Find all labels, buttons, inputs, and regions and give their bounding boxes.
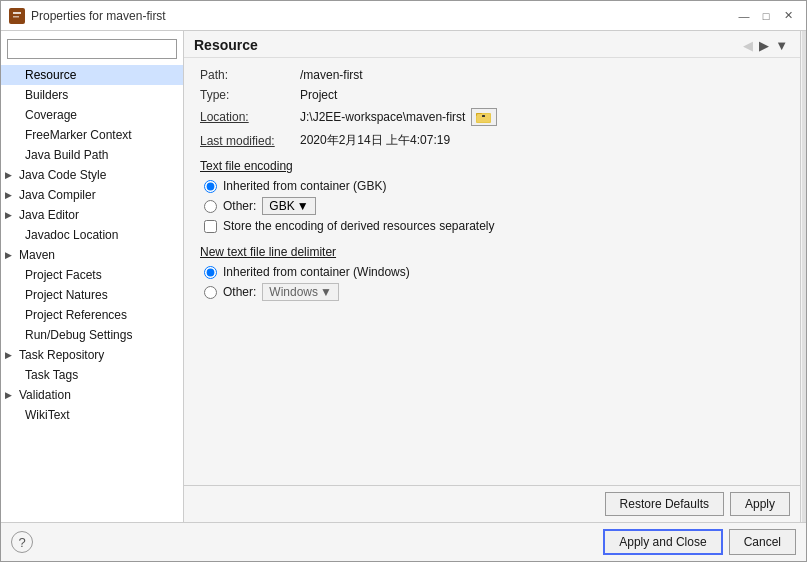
minimize-button[interactable]: — xyxy=(734,6,754,26)
dialog-title: Properties for maven-first xyxy=(31,9,166,23)
inherited-encoding-radio[interactable] xyxy=(204,180,217,193)
other-encoding-row: Other: GBK ▼ xyxy=(200,197,784,215)
store-encoding-label: Store the encoding of derived resources … xyxy=(223,219,495,233)
expand-arrow-icon: ▶ xyxy=(5,190,15,200)
right-panel-header: Resource ◀ ▶ ▼ xyxy=(184,31,800,58)
edge-bar xyxy=(802,31,806,522)
expand-arrow-icon: ▶ xyxy=(5,390,15,400)
right-edge-decoration xyxy=(800,31,806,522)
location-row: Location: J:\J2EE-workspace\maven-first xyxy=(200,108,784,126)
properties-dialog: Properties for maven-first — □ ✕ Resourc… xyxy=(0,0,807,562)
sidebar-item-project-natures[interactable]: Project Natures xyxy=(1,285,183,305)
nav-search-input[interactable] xyxy=(7,39,177,59)
sidebar-item-wikitext[interactable]: WikiText xyxy=(1,405,183,425)
sidebar-item-java-editor[interactable]: ▶ Java Editor xyxy=(1,205,183,225)
sidebar-item-label: Maven xyxy=(19,248,55,262)
sidebar-item-label: Task Repository xyxy=(19,348,104,362)
sidebar-item-label: Javadoc Location xyxy=(25,228,118,242)
sidebar-item-label: Task Tags xyxy=(25,368,78,382)
dialog-body: Resource Builders Coverage FreeMarker Co… xyxy=(1,31,806,522)
sidebar-item-coverage[interactable]: Coverage xyxy=(1,105,183,125)
expand-arrow-icon: ▶ xyxy=(5,350,15,360)
sidebar-item-label: Run/Debug Settings xyxy=(25,328,132,342)
path-value: /maven-first xyxy=(300,68,363,82)
sidebar-item-freemarker[interactable]: FreeMarker Context xyxy=(1,125,183,145)
newline-inherited-row: Inherited from container (Windows) xyxy=(200,265,784,279)
dropdown-arrow-icon: ▼ xyxy=(297,199,309,213)
expand-arrow-icon: ▶ xyxy=(5,210,15,220)
last-modified-value: 2020年2月14日 上午4:07:19 xyxy=(300,132,450,149)
sidebar-item-project-references[interactable]: Project References xyxy=(1,305,183,325)
dialog-footer: ? Apply and Close Cancel xyxy=(1,522,806,561)
title-bar: Properties for maven-first — □ ✕ xyxy=(1,1,806,31)
sidebar-item-builders[interactable]: Builders xyxy=(1,85,183,105)
apply-and-close-button[interactable]: Apply and Close xyxy=(603,529,722,555)
close-button[interactable]: ✕ xyxy=(778,6,798,26)
location-value: J:\J2EE-workspace\maven-first xyxy=(300,110,465,124)
newline-dropdown-value: Windows xyxy=(269,285,318,299)
type-value: Project xyxy=(300,88,337,102)
sidebar-item-task-repository[interactable]: ▶ Task Repository xyxy=(1,345,183,365)
newline-section-title: New text file line delimiter xyxy=(200,245,784,259)
sidebar-item-java-compiler[interactable]: ▶ Java Compiler xyxy=(1,185,183,205)
sidebar-item-javadoc[interactable]: Javadoc Location xyxy=(1,225,183,245)
type-row: Type: Project xyxy=(200,88,784,102)
content-area: Path: /maven-first Type: Project Locatio… xyxy=(184,58,800,485)
sidebar-item-label: Project Natures xyxy=(25,288,108,302)
svg-rect-1 xyxy=(13,12,21,14)
sidebar-item-resource[interactable]: Resource xyxy=(1,65,183,85)
section-title: Resource xyxy=(194,37,258,53)
sidebar-item-validation[interactable]: ▶ Validation xyxy=(1,385,183,405)
inherited-encoding-row: Inherited from container (GBK) xyxy=(200,179,784,193)
sidebar-item-maven[interactable]: ▶ Maven xyxy=(1,245,183,265)
right-content-panel: Resource ◀ ▶ ▼ Path: /maven-first Type: … xyxy=(184,31,800,522)
apply-button[interactable]: Apply xyxy=(730,492,790,516)
encoding-dropdown[interactable]: GBK ▼ xyxy=(262,197,315,215)
sidebar-item-label: Builders xyxy=(25,88,68,102)
sidebar-item-java-build-path[interactable]: Java Build Path xyxy=(1,145,183,165)
sidebar-item-label: Java Build Path xyxy=(25,148,108,162)
sidebar-item-label: Validation xyxy=(19,388,71,402)
maximize-button[interactable]: □ xyxy=(756,6,776,26)
newline-inherited-label: Inherited from container (Windows) xyxy=(223,265,410,279)
footer-right: Apply and Close Cancel xyxy=(603,529,796,555)
back-arrow-button[interactable]: ◀ xyxy=(741,38,755,53)
sidebar-item-label: Resource xyxy=(25,68,76,82)
path-row: Path: /maven-first xyxy=(200,68,784,82)
newline-other-row: Other: Windows ▼ xyxy=(200,283,784,301)
sidebar-item-task-tags[interactable]: Task Tags xyxy=(1,365,183,385)
footer-left: ? xyxy=(11,531,33,553)
newline-other-label: Other: xyxy=(223,285,256,299)
help-button[interactable]: ? xyxy=(11,531,33,553)
sidebar-item-run-debug[interactable]: Run/Debug Settings xyxy=(1,325,183,345)
newline-dropdown[interactable]: Windows ▼ xyxy=(262,283,339,301)
store-encoding-row: Store the encoding of derived resources … xyxy=(200,219,784,233)
svg-rect-6 xyxy=(482,115,485,117)
restore-defaults-button[interactable]: Restore Defaults xyxy=(605,492,724,516)
sidebar-item-label: FreeMarker Context xyxy=(25,128,132,142)
expand-arrow-icon: ▶ xyxy=(5,170,15,180)
cancel-button[interactable]: Cancel xyxy=(729,529,796,555)
last-modified-label: Last modified: xyxy=(200,134,300,148)
last-modified-row: Last modified: 2020年2月14日 上午4:07:19 xyxy=(200,132,784,149)
sidebar-item-project-facets[interactable]: Project Facets xyxy=(1,265,183,285)
newline-dropdown-arrow-icon: ▼ xyxy=(320,285,332,299)
other-encoding-radio[interactable] xyxy=(204,200,217,213)
newline-inherited-radio[interactable] xyxy=(204,266,217,279)
folder-icon xyxy=(476,110,492,124)
newline-other-radio[interactable] xyxy=(204,286,217,299)
dropdown-arrow-button[interactable]: ▼ xyxy=(773,38,790,53)
sidebar-item-label: Coverage xyxy=(25,108,77,122)
location-label: Location: xyxy=(200,110,300,124)
sidebar-item-java-code-style[interactable]: ▶ Java Code Style xyxy=(1,165,183,185)
store-encoding-checkbox[interactable] xyxy=(204,220,217,233)
sidebar-item-label: Java Compiler xyxy=(19,188,96,202)
other-encoding-label: Other: xyxy=(223,199,256,213)
dialog-icon xyxy=(9,8,25,24)
expand-arrow-icon: ▶ xyxy=(5,250,15,260)
inherited-encoding-label: Inherited from container (GBK) xyxy=(223,179,386,193)
path-label: Path: xyxy=(200,68,300,82)
forward-arrow-button[interactable]: ▶ xyxy=(757,38,771,53)
browse-location-button[interactable] xyxy=(471,108,497,126)
left-nav-panel: Resource Builders Coverage FreeMarker Co… xyxy=(1,31,184,522)
